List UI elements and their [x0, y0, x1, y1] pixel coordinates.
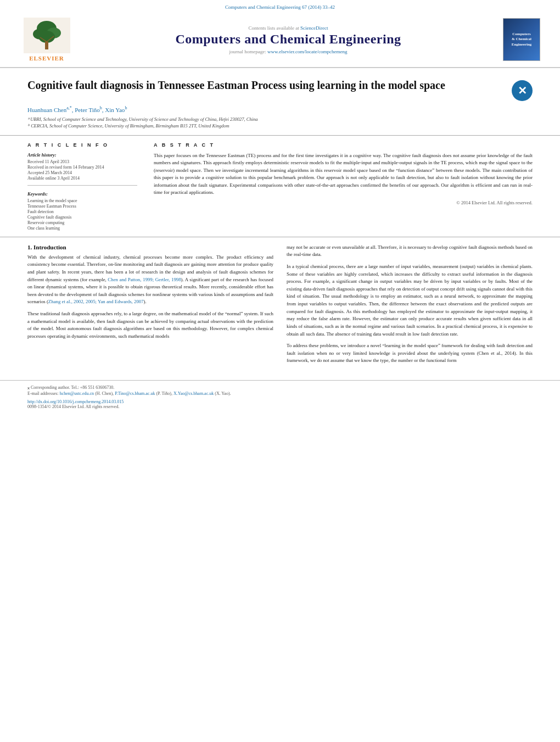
ref-chen-patton: Chen and Patton, 1999; Gertler, 1998: [108, 277, 181, 282]
intro-para-1: With the development of chemical industr…: [27, 254, 273, 306]
intro-para-2: These traditional fault diagnosis approa…: [27, 310, 273, 341]
page: Computers and Chemical Engineering 67 (2…: [0, 0, 560, 742]
authors-line: Huanhuan Chena,*, Peter Tiñob, Xin Yaob: [27, 105, 533, 113]
elsevier-wordmark: ELSEVIER: [29, 55, 64, 62]
right-para-2: In a typical chemical process, there are…: [287, 263, 533, 338]
accepted-date: Accepted 25 March 2014: [27, 170, 137, 175]
keyword-4: Cognitive fault diagnosis: [27, 215, 137, 220]
journal-header: ELSEVIER Contents lists available at Sci…: [0, 12, 560, 68]
elsevier-logo: ELSEVIER: [16, 18, 77, 62]
abstract-copyright: © 2014 Elsevier Ltd. All rights reserved…: [154, 200, 533, 205]
ref-zhang: Zhang et al., 2002, 2005; Yan and Edward…: [48, 299, 144, 304]
journal-cover-image: Computers& ChemicalEngineering: [500, 18, 544, 61]
cover-box: Computers& ChemicalEngineering: [503, 18, 540, 61]
issn-line: 0098-1354/© 2014 Elsevier Ltd. All right…: [27, 404, 533, 409]
crossmark-icon: ✕: [512, 80, 533, 101]
keyword-5: Reservoir computing: [27, 220, 137, 225]
affil-a: ᵃ UBRI, School of Computer Science and T…: [27, 116, 533, 122]
keyword-3: Fault detection: [27, 209, 137, 214]
article-title-row: Cognitive fault diagnosis in Tennessee E…: [27, 78, 533, 101]
author-tino: Peter Tiñob: [75, 107, 102, 113]
abstract-col: A B S T R A C T This paper focuses on th…: [154, 142, 533, 231]
top-banner: Computers and Chemical Engineering 67 (2…: [0, 0, 560, 12]
article-history-label: Article history:: [27, 152, 137, 158]
doi-link[interactable]: http://dx.doi.org/10.1016/j.compchemeng.…: [27, 399, 124, 404]
affil-b: ᵇ CERCIA, School of Computer Science, Un…: [27, 123, 533, 129]
author-yao: Xin Yaob: [105, 107, 127, 113]
journal-citation: Computers and Chemical Engineering 67 (2…: [225, 4, 335, 10]
email-3[interactable]: X.Yao@cs.bham.ac.uk: [173, 391, 214, 396]
intro-section-title: 1. Introduction: [27, 244, 273, 250]
elsevier-tree-icon: [24, 18, 70, 53]
body-left-col: 1. Introduction With the development of …: [27, 244, 273, 369]
keyword-6: One class learning: [27, 226, 137, 231]
sciencedirect-notice: Contents lists available at ScienceDirec…: [77, 25, 500, 31]
article-info-col: A R T I C L E I N F O Article history: R…: [27, 142, 137, 231]
keywords-label: Keywords:: [27, 191, 137, 197]
svg-rect-5: [45, 42, 48, 49]
footnote-area: ⁎ Corresponding author. Tel.: +86 551 63…: [0, 380, 560, 412]
article-info-abstract-section: A R T I C L E I N F O Article history: R…: [0, 136, 560, 237]
article-info-heading: A R T I C L E I N F O: [27, 142, 137, 148]
crossmark-logo: ✕: [512, 80, 533, 101]
abstract-text: This paper focuses on the Tennessee East…: [154, 152, 533, 197]
sciencedirect-link[interactable]: ScienceDirect: [300, 25, 328, 31]
author-chen: Huanhuan Chena,*: [27, 107, 72, 113]
footnote-emails: E-mail addresses: hchen@ustc.edu.cn (H. …: [27, 391, 533, 396]
article-area: Cognitive fault diagnosis in Tennessee E…: [0, 68, 560, 136]
info-divider: [27, 185, 137, 186]
keyword-1: Learning in the model space: [27, 198, 137, 203]
email-2[interactable]: P.Tino@cs.bham.ac.uk: [115, 391, 155, 396]
journal-title-block: Contents lists available at ScienceDirec…: [77, 25, 500, 54]
email-1[interactable]: hchen@ustc.edu.cn: [60, 391, 94, 396]
homepage-link[interactable]: www.elsevier.com/locate/compchemeng: [267, 49, 347, 54]
right-para-3: To address these problems, we introduce …: [287, 342, 533, 365]
article-title: Cognitive fault diagnosis in Tennessee E…: [27, 78, 501, 93]
email-label: E-mail addresses:: [27, 391, 59, 396]
journal-homepage: journal homepage: www.elsevier.com/locat…: [77, 49, 500, 54]
right-para-1: may not be accurate or even unavailable …: [287, 244, 533, 259]
footnote-star: ⁎ Corresponding author. Tel.: +86 551 63…: [27, 385, 533, 390]
journal-name: Computers and Chemical Engineering: [77, 32, 500, 47]
received-date: Received 11 April 2013: [27, 159, 137, 164]
body-right-col: may not be accurate or even unavailable …: [287, 244, 533, 369]
body-area: 1. Introduction With the development of …: [0, 237, 560, 375]
body-two-col: 1. Introduction With the development of …: [27, 244, 533, 369]
revised-date: Received in revised form 14 February 201…: [27, 165, 137, 170]
abstract-heading: A B S T R A C T: [154, 142, 533, 148]
doi-line: http://dx.doi.org/10.1016/j.compchemeng.…: [27, 399, 533, 404]
keyword-2: Tennessee Eastman Process: [27, 204, 137, 209]
affiliations: ᵃ UBRI, School of Computer Science and T…: [27, 116, 533, 129]
available-date: Available online 3 April 2014: [27, 176, 137, 181]
